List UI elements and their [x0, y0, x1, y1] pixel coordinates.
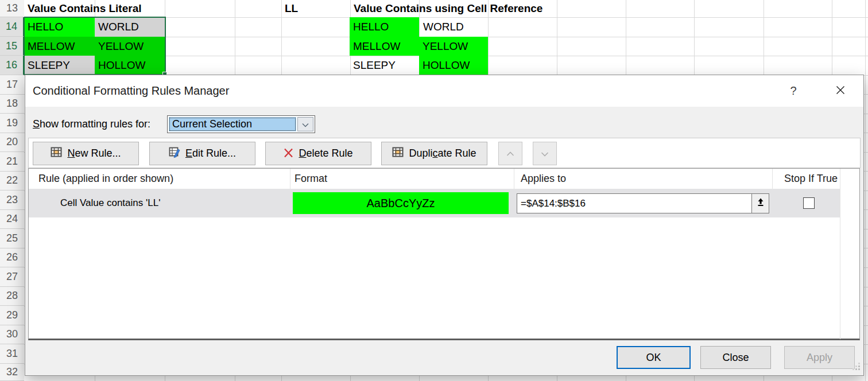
- row-header-22[interactable]: 22: [0, 172, 24, 191]
- show-rules-for-label: Show formatting rules for:: [33, 115, 150, 133]
- rule-description: Cell Value contains 'LL': [60, 189, 160, 217]
- cell-f15[interactable]: MELLOW: [350, 37, 419, 56]
- chevron-down-icon: [302, 119, 309, 130]
- stop-if-true-checkbox[interactable]: [803, 197, 815, 209]
- move-rule-up-button[interactable]: [498, 142, 522, 165]
- combobox-dropdown-button[interactable]: [297, 117, 313, 131]
- table-grid-icon: [392, 146, 404, 161]
- apply-button: Apply: [784, 346, 855, 369]
- chevron-down-icon: [541, 149, 549, 159]
- delete-rule-button[interactable]: Delete Rule: [265, 142, 371, 165]
- move-rule-down-button[interactable]: [533, 142, 557, 165]
- dialog-close-button[interactable]: [829, 75, 852, 107]
- row-header-24[interactable]: 24: [0, 210, 24, 230]
- delete-rule-label: Delete Rule: [299, 147, 352, 160]
- column-header-format: Format: [294, 169, 327, 189]
- row-header-16[interactable]: 16: [0, 56, 24, 75]
- cell-f16[interactable]: SLEEPY: [350, 56, 419, 75]
- edit-rule-label: Edit Rule...: [185, 147, 236, 160]
- dialog-titlebar[interactable]: Conditional Formatting Rules Manager ?: [25, 75, 863, 107]
- column-separator: [514, 169, 514, 189]
- rules-list: Rule (applied in order shown) Format App…: [28, 168, 860, 340]
- row-header-27[interactable]: 27: [0, 267, 24, 287]
- rule-row[interactable]: Cell Value contains 'LL' AaBbCcYyZz: [29, 189, 840, 217]
- new-rule-label: New Rule...: [67, 147, 121, 160]
- new-rule-button[interactable]: New Rule...: [33, 142, 139, 165]
- red-x-icon: [284, 147, 293, 160]
- row-header-26[interactable]: 26: [0, 248, 24, 268]
- cell-g14[interactable]: WORLD: [420, 17, 488, 37]
- column-separator: [840, 169, 840, 339]
- row-header-21[interactable]: 21: [0, 152, 24, 172]
- duplicate-rule-label: Duplicate Rule: [409, 147, 476, 160]
- selection-range-A14-B16: [24, 17, 166, 75]
- duplicate-rule-button[interactable]: Duplicate Rule: [381, 142, 487, 165]
- column-separator: [772, 169, 773, 189]
- range-selector-button[interactable]: [752, 193, 769, 213]
- dialog-title: Conditional Formatting Rules Manager: [33, 75, 229, 107]
- row-header-29[interactable]: 29: [0, 306, 24, 325]
- resize-grip[interactable]: [852, 362, 861, 371]
- help-icon: ?: [790, 84, 796, 98]
- cell-a13[interactable]: Value Contains Literal: [24, 0, 173, 17]
- column-header-rule: Rule (applied in order shown): [38, 169, 173, 189]
- combobox-selected-value: Current Selection: [169, 117, 296, 131]
- row-header-32[interactable]: 32: [0, 364, 24, 381]
- row-header-15[interactable]: 15: [0, 37, 24, 56]
- row-header-25[interactable]: 25: [0, 229, 24, 248]
- excel-window: Value Contains Literal LL Value Contains…: [0, 0, 868, 381]
- rules-toolbar: New Rule... Edit Rule... Delete Rule Dup…: [28, 138, 861, 168]
- ok-button[interactable]: OK: [617, 346, 691, 369]
- cell-e13[interactable]: LL: [281, 0, 349, 17]
- row-header-18[interactable]: 18: [0, 95, 24, 114]
- cell-g15[interactable]: YELLOW: [419, 37, 488, 56]
- row-header-20[interactable]: 20: [0, 133, 24, 153]
- row-header-column: 1314151617181920212223242526272829303132: [0, 0, 24, 381]
- row-header-17[interactable]: 17: [0, 75, 24, 95]
- close-icon: [836, 84, 845, 98]
- table-grid-pencil-icon: [169, 146, 180, 161]
- row-header-14[interactable]: 14: [0, 17, 24, 37]
- applies-to-group: [517, 193, 769, 213]
- table-grid-icon: [51, 146, 62, 161]
- conditional-formatting-rules-manager-dialog: Conditional Formatting Rules Manager ? S…: [25, 75, 864, 376]
- column-header-stop-if-true: Stop If True: [775, 169, 838, 189]
- row-header-31[interactable]: 31: [0, 344, 24, 364]
- close-button[interactable]: Close: [700, 346, 771, 369]
- column-separator: [290, 169, 290, 189]
- column-header-applies-to: Applies to: [521, 169, 566, 189]
- applies-to-input[interactable]: [517, 193, 752, 213]
- cell-f13[interactable]: Value Contains using Cell Reference: [350, 0, 626, 17]
- row-header-28[interactable]: 28: [0, 287, 24, 306]
- help-button[interactable]: ?: [782, 75, 805, 107]
- edit-rule-button[interactable]: Edit Rule...: [149, 142, 255, 165]
- row-header-23[interactable]: 23: [0, 190, 24, 210]
- collapse-dialog-arrow-icon: [757, 198, 765, 209]
- cell-g16[interactable]: HOLLOW: [419, 56, 488, 75]
- format-preview: AaBbCcYyZz: [293, 192, 509, 214]
- row-header-13[interactable]: 13: [0, 0, 24, 17]
- show-rules-for-combobox[interactable]: Current Selection: [167, 115, 315, 133]
- cell-f14[interactable]: HELLO: [350, 17, 419, 37]
- chevron-up-icon: [506, 149, 514, 159]
- row-header-30[interactable]: 30: [0, 325, 24, 345]
- row-header-19[interactable]: 19: [0, 114, 24, 133]
